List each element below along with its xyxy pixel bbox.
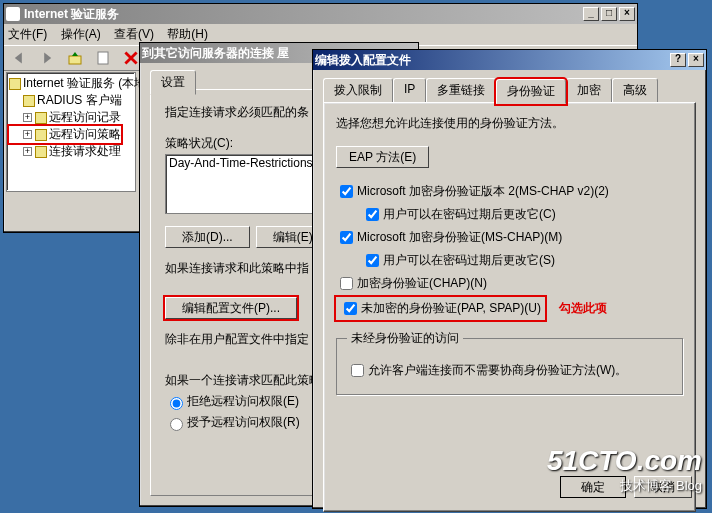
minimize-button[interactable]: _ <box>583 7 599 21</box>
dialog-close-button[interactable]: × <box>688 53 704 67</box>
dialog-help-button[interactable]: ? <box>670 53 686 67</box>
menu-help[interactable]: 帮助(H) <box>167 27 208 41</box>
cancel-button[interactable]: 取消 <box>634 476 692 498</box>
ck-mschap-change[interactable]: 用户可以在密码过期后更改它(S) <box>362 251 683 270</box>
menu-action[interactable]: 操作(A) <box>61 27 101 41</box>
tree-conn-request[interactable]: +连接请求处理 <box>9 143 133 160</box>
up-button[interactable] <box>64 48 86 68</box>
svg-rect-0 <box>69 56 81 64</box>
tab-dialin[interactable]: 拨入限制 <box>323 78 393 102</box>
ck-mschap2-change[interactable]: 用户可以在密码过期后更改它(C) <box>362 205 683 224</box>
maximize-button[interactable]: □ <box>601 7 617 21</box>
properties-button[interactable] <box>92 48 114 68</box>
ck-mschap2[interactable]: Microsoft 加密身份验证版本 2(MS-CHAP v2)(2) <box>336 182 683 201</box>
forward-button[interactable] <box>36 48 58 68</box>
add-button[interactable]: 添加(D)... <box>165 226 250 248</box>
tab-multilink[interactable]: 多重链接 <box>426 78 496 102</box>
svg-rect-1 <box>98 52 108 64</box>
eap-methods-button[interactable]: EAP 方法(E) <box>336 146 429 168</box>
tab-advanced[interactable]: 高级 <box>612 78 658 102</box>
ok-button[interactable]: 确定 <box>560 476 626 498</box>
auth-intro: 选择您想允许此连接使用的身份验证方法。 <box>336 115 683 132</box>
ck-mschap[interactable]: Microsoft 加密身份验证(MS-CHAP)(M) <box>336 228 683 247</box>
ck-allow-unauth[interactable]: 允许客户端连接而不需要协商身份验证方法(W)。 <box>347 361 672 380</box>
tree-root[interactable]: Internet 验证服务 (本地) <box>9 75 133 92</box>
tab-encryption[interactable]: 加密 <box>566 78 612 102</box>
dialog-titlebar: 编辑拨入配置文件 ? × <box>313 50 706 70</box>
nav-tree[interactable]: Internet 验证服务 (本地) RADIUS 客户端 +远程访问记录 +远… <box>6 72 136 192</box>
mmc-titlebar: Internet 验证服务 _ □ × <box>4 4 637 24</box>
tree-radius-clients[interactable]: RADIUS 客户端 <box>9 92 133 109</box>
dialog-tabs: 拨入限制 IP 多重链接 身份验证 加密 高级 选择您想允许此连接使用的身份验证… <box>323 78 696 512</box>
auth-tab-body: 选择您想允许此连接使用的身份验证方法。 EAP 方法(E) Microsoft … <box>323 102 696 512</box>
tree-remote-logging[interactable]: +远程访问记录 <box>9 109 133 126</box>
tab-ip[interactable]: IP <box>393 78 426 102</box>
unauth-group: 未经身份验证的访问 允许客户端连接而不需要协商身份验证方法(W)。 <box>336 330 683 395</box>
dialog-title: 编辑拨入配置文件 <box>315 52 411 69</box>
menu-view[interactable]: 查看(V) <box>114 27 154 41</box>
close-button[interactable]: × <box>619 7 635 21</box>
tab-authentication[interactable]: 身份验证 <box>496 79 566 104</box>
annotation-checkthis: 勾选此项 <box>559 300 607 317</box>
ck-chap[interactable]: 加密身份验证(CHAP)(N) <box>336 274 683 293</box>
menu-file[interactable]: 文件(F) <box>8 27 47 41</box>
edit-profile-dialog: 编辑拨入配置文件 ? × 拨入限制 IP 多重链接 身份验证 加密 高级 选择您… <box>312 49 707 509</box>
edit-profile-button[interactable]: 编辑配置文件(P)... <box>165 297 297 319</box>
tab-settings-wrap: 设置 <box>150 69 196 93</box>
app-icon <box>6 7 20 21</box>
mmc-title: Internet 验证服务 <box>24 6 119 23</box>
ck-pap-spap[interactable]: 未加密的身份验证(PAP, SPAP)(U) <box>336 297 545 320</box>
policy-title: 到其它访问服务器的连接 屋 <box>142 45 289 62</box>
unauth-legend: 未经身份验证的访问 <box>347 330 463 347</box>
back-button[interactable] <box>8 48 30 68</box>
tree-remote-policies[interactable]: +远程访问策略 <box>9 126 121 143</box>
tab-settings[interactable]: 设置 <box>150 70 196 95</box>
